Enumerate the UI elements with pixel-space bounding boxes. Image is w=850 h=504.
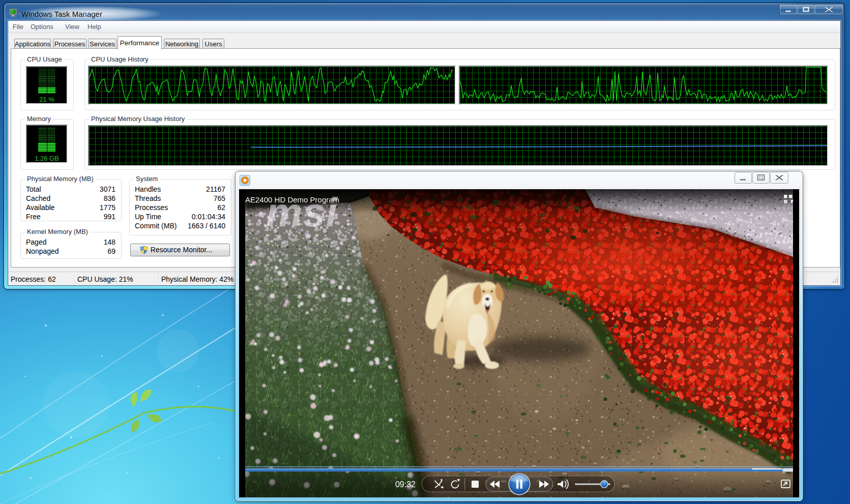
svg-text:09:32: 09:32	[395, 480, 416, 489]
svg-text:AE2400 HD Demo Program: AE2400 HD Demo Program	[245, 195, 339, 204]
